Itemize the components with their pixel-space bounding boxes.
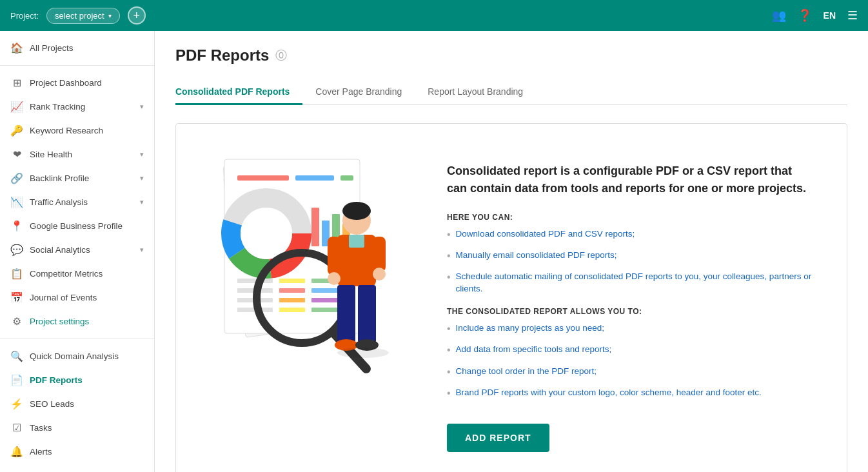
main-description: Consolidated report is a configurable PD… (447, 162, 808, 197)
main-layout: 🏠 All Projects ⊞ Project Dashboard 📈 Ran… (0, 31, 868, 472)
sidebar-divider-1 (0, 65, 154, 66)
sidebar-item-pdf-reports[interactable]: 📄 PDF Reports (0, 368, 154, 392)
dashboard-icon: ⊞ (10, 77, 23, 89)
tab-cover-page-branding[interactable]: Cover Page Branding (302, 80, 415, 105)
svg-rect-16 (279, 279, 305, 283)
here-you-can-list: Download consolidated PDF and CSV report… (447, 228, 821, 295)
list-item-text: Brand PDF reports with your custom logo,… (456, 387, 762, 399)
list-item-text: Include as many projects as you need; (456, 322, 604, 335)
sidebar-item-google-business[interactable]: 📍 Google Business Profile (0, 214, 154, 238)
sidebar-label-keyword-research: Keyword Research (30, 126, 103, 135)
seo-leads-icon: ⚡ (10, 398, 23, 410)
sidebar-label-project-settings: Project settings (30, 317, 89, 326)
sidebar-label-rank-tracking: Rank Tracking (30, 102, 85, 112)
sidebar-item-backlink-profile[interactable]: 🔗 Backlink Profile ▾ (0, 166, 154, 190)
tasks-icon: ☑ (10, 422, 23, 434)
add-project-button[interactable]: + (128, 6, 146, 25)
allows-list: Include as many projects as you need; Ad… (447, 322, 821, 399)
home-icon: 🏠 (10, 42, 23, 54)
quick-domain-icon: 🔍 (10, 350, 23, 362)
list-item-text: Download consolidated PDF and CSV report… (456, 228, 635, 241)
sidebar-item-rank-tracking[interactable]: 📈 Rank Tracking ▾ (0, 95, 154, 119)
svg-rect-34 (373, 237, 386, 272)
language-selector[interactable]: EN (824, 10, 836, 21)
chevron-icon-4: ▾ (140, 198, 144, 206)
sidebar-item-competitor-metrics[interactable]: 📋 Competitor Metrics (0, 262, 154, 286)
here-you-can-label: HERE YOU CAN: (447, 213, 821, 222)
chevron-icon: ▾ (140, 103, 144, 111)
sidebar-item-all-projects[interactable]: 🏠 All Projects (0, 36, 154, 60)
chevron-icon-5: ▾ (140, 246, 144, 254)
pdf-reports-icon: 📄 (10, 374, 23, 386)
sidebar-item-quick-domain[interactable]: 🔍 Quick Domain Analysis (0, 344, 154, 368)
svg-rect-38 (358, 285, 376, 343)
content-area: PDF Reports ⓪ Consolidated PDF Reports C… (155, 31, 868, 472)
sidebar-item-traffic-analysis[interactable]: 📉 Traffic Analysis ▾ (0, 190, 154, 214)
tab-consolidated-pdf-reports[interactable]: Consolidated PDF Reports (175, 80, 302, 105)
page-title-row: PDF Reports ⓪ (175, 46, 847, 64)
svg-rect-25 (279, 308, 305, 312)
svg-rect-3 (237, 175, 289, 181)
illustration (202, 150, 408, 435)
list-item-text: Change tool order in the PDF report; (456, 366, 597, 378)
sidebar-label-tasks: Tasks (30, 423, 52, 433)
add-report-button[interactable]: ADD REPORT (447, 424, 549, 452)
svg-point-36 (373, 268, 386, 280)
menu-icon[interactable]: ☰ (847, 8, 858, 23)
list-item-text: Add data from specific tools and reports… (456, 344, 612, 356)
sidebar-item-project-dashboard[interactable]: ⊞ Project Dashboard (0, 71, 154, 95)
sidebar-item-keyword-research[interactable]: 🔑 Keyword Research (0, 119, 154, 143)
sidebar-label-backlink-profile: Backlink Profile (30, 173, 89, 183)
help-icon[interactable]: ⓪ (275, 48, 287, 63)
sidebar-label-competitor-metrics: Competitor Metrics (30, 269, 103, 279)
sidebar-item-site-health[interactable]: ❤ Site Health ▾ (0, 143, 154, 166)
content-card: Consolidated report is a configurable PD… (175, 123, 847, 472)
list-item: Manually email consolidated PDF reports; (447, 250, 821, 262)
traffic-icon: 📉 (10, 196, 23, 208)
sidebar-item-alerts[interactable]: 🔔 Alerts (0, 440, 154, 464)
tab-report-layout-branding[interactable]: Report Layout Branding (415, 80, 536, 105)
sidebar-label-seo-leads: SEO Leads (30, 399, 74, 409)
list-item: Add data from specific tools and reports… (447, 344, 821, 356)
chevron-icon-2: ▾ (140, 150, 144, 159)
list-item-text: Manually email consolidated PDF reports; (456, 250, 617, 262)
svg-rect-33 (328, 237, 340, 275)
backlink-icon: 🔗 (10, 172, 23, 184)
svg-rect-11 (311, 208, 319, 246)
allows-label: THE CONSOLIDATED REPORT ALLOWS YOU TO: (447, 307, 821, 316)
sidebar-label-social-analytics: Social Analytics (30, 245, 90, 255)
alerts-icon: 🔔 (10, 446, 23, 458)
svg-rect-37 (337, 285, 355, 343)
chevron-icon-3: ▾ (140, 174, 144, 182)
sidebar-label-site-health: Site Health (30, 150, 72, 159)
sidebar-item-journal-of-events[interactable]: 📅 Journal of Events (0, 286, 154, 310)
competitor-icon: 📋 (10, 268, 23, 280)
chevron-down-icon: ▾ (108, 12, 112, 19)
list-item: Brand PDF reports with your custom logo,… (447, 387, 821, 399)
svg-point-10 (241, 208, 292, 259)
sidebar-item-project-settings[interactable]: ⚙ Project settings (0, 310, 154, 333)
svg-rect-15 (237, 279, 273, 283)
settings-icon: ⚙ (10, 315, 23, 328)
help-circle-icon[interactable]: ❓ (798, 8, 812, 23)
sidebar-label-google-business: Google Business Profile (30, 221, 123, 231)
list-item: Download consolidated PDF and CSV report… (447, 228, 821, 241)
sidebar-item-tasks[interactable]: ☑ Tasks (0, 416, 154, 440)
svg-rect-19 (279, 288, 305, 293)
svg-rect-5 (340, 175, 353, 181)
sidebar-item-seo-leads[interactable]: ⚡ SEO Leads (0, 392, 154, 416)
project-select-button[interactable]: select project ▾ (46, 8, 120, 24)
users-icon[interactable]: 👥 (772, 8, 786, 23)
journal-icon: 📅 (10, 291, 23, 304)
svg-point-30 (342, 202, 371, 220)
site-health-icon: ❤ (10, 148, 23, 161)
svg-rect-22 (279, 298, 305, 302)
svg-point-41 (337, 348, 389, 358)
sidebar-label-journal-of-events: Journal of Events (30, 293, 97, 302)
top-header: Project: select project ▾ + 👥 ❓ EN ☰ (0, 0, 868, 31)
sidebar: 🏠 All Projects ⊞ Project Dashboard 📈 Ran… (0, 31, 155, 472)
sidebar-item-social-analytics[interactable]: 💬 Social Analytics ▾ (0, 238, 154, 262)
list-item: Schedule automatic mailing of consolidat… (447, 271, 821, 295)
project-select-label: select project (55, 11, 104, 21)
sidebar-label-traffic-analysis: Traffic Analysis (30, 197, 88, 207)
